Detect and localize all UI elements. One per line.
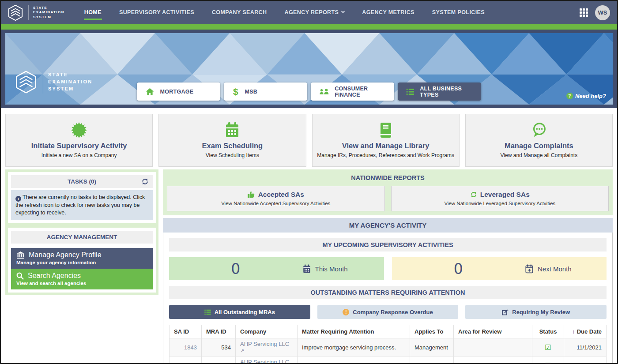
next-month-stat[interactable]: 0 Next Month [392,257,607,280]
home-icon [146,87,154,96]
leveraged-sas-card[interactable]: Leveraged SAs View Nationwide Leveraged … [391,186,609,211]
company-link[interactable]: AHP Servicing LLC [240,359,289,364]
bank-icon [16,251,25,259]
tasks-message-text: There are currently no tasks to be displ… [15,194,145,216]
ses-cube-icon [14,70,38,94]
dollar-icon: $ [233,86,239,97]
tab-all-outstanding-mras[interactable]: All Outstanding MRAs [169,305,310,319]
column-header-area[interactable]: Area for Review [454,325,532,338]
due-date-cell: 11/1/2021 [564,338,607,356]
upcoming-activity-stats: 0 This Month 0 [169,257,607,280]
manage-agency-profile-button[interactable]: Manage Agency Profile Manage your agency… [11,248,153,269]
logo-line: SYSTEM [48,86,92,93]
list-icon [407,88,415,95]
apps-grid-icon[interactable] [580,8,588,17]
sa-id-link[interactable]: 1843 [184,344,197,351]
all-business-types-button[interactable]: ALL BUSINESS TYPES [398,83,481,101]
logo-divider [43,71,43,94]
user-avatar[interactable]: WS [595,5,610,20]
calendar-icon [224,122,240,139]
card-title: Manage Complaints [470,142,608,150]
hero-background: STATE EXAMINATION SYSTEM MORTGAGE $ MSB [5,33,613,105]
top-navigation: STATE EXAMINATION SYSTEM HOME SUPERVISOR… [1,1,617,24]
app-window: STATE EXAMINATION SYSTEM HOME SUPERVISOR… [0,0,618,364]
msb-button[interactable]: $ MSB [224,83,307,101]
nav-item-system-policies[interactable]: SYSTEM POLICIES [432,5,485,20]
question-icon: ? [566,93,573,99]
status-cell: ☑ [532,338,564,356]
refresh-icon[interactable] [141,178,149,187]
button-title: Search Agencies [28,272,81,280]
sync-icon [470,191,477,198]
column-header-applies-to[interactable]: Applies To [410,325,454,338]
column-header-company[interactable]: Company [236,325,298,338]
nav-item-agency-metrics[interactable]: AGENCY METRICS [362,5,415,20]
need-help-label: Need help? [575,93,606,99]
column-header-due-date[interactable]: ↑Due Date [564,325,607,338]
initiate-supervisory-activity-card[interactable]: Initiate Supervisory Activity Initiate a… [5,114,153,167]
button-title: Manage Agency Profile [29,251,102,259]
sort-ascending-icon: ↑ [572,328,575,335]
card-title: Accepted SAs [258,191,304,199]
company-cell: AHP Servicing LLC ↗ [236,356,298,364]
need-help-link[interactable]: ? Need help? [566,93,606,99]
button-label: CONSUMER FINANCE [335,86,394,98]
app-logo: STATE EXAMINATION SYSTEM [7,4,64,21]
external-link-icon: ↗ [240,348,244,353]
checked-status-icon: ☑ [545,362,551,364]
nav-item-company-search[interactable]: COMPANY SEARCH [211,5,268,20]
card-subtitle: Initiate a new SA on a Company [10,152,148,158]
next-month-count: 0 [392,260,525,278]
card-subtitle: View Nationwide Leveraged Supervisory Ac… [395,201,605,206]
nav-item-label: AGENCY METRICS [362,9,415,15]
card-title: Leveraged SAs [480,191,530,199]
agency-management-title: AGENCY MANAGEMENT [47,234,117,240]
manage-complaints-card[interactable]: Manage Complaints View and Manage all Co… [465,114,613,167]
column-header-status[interactable]: Status [532,325,564,338]
logo-line: STATE [33,6,64,10]
company-cell: AHP Servicing LLC ↗ [236,338,298,356]
consumer-finance-button[interactable]: CONSUMER FINANCE [311,83,394,101]
nav-item-home[interactable]: HOME [84,5,102,20]
mra-id-cell: 827 [202,356,236,364]
chevron-down-icon [341,9,345,13]
nav-item-supervisory-activities[interactable]: SUPERVISORY ACTIVITIES [119,5,195,20]
table-row: 2133 827 AHP Servicing LLC ↗ Please send… [170,356,607,364]
hero-logo: STATE EXAMINATION SYSTEM [14,70,92,94]
agency-management-header: AGENCY MANAGEMENT [11,231,153,244]
exam-scheduling-card[interactable]: Exam Scheduling View Scheduling Items [158,114,306,167]
tab-requiring-my-review[interactable]: Requiring My Review [465,305,607,319]
nationwide-reports-title: NATIONWIDE REPORTS [167,173,609,186]
column-header-mra-id[interactable]: MRA ID [202,325,236,338]
sa-id-cell: 1843 [170,338,202,356]
mra-filter-tabs: All Outstanding MRAs ! Company Response … [169,305,607,319]
nav-item-label: HOME [84,9,102,15]
tasks-title: TASKS (0) [68,178,96,185]
search-agencies-button[interactable]: Search Agencies View and search all agen… [11,269,153,289]
sa-id-link[interactable]: 2133 [184,362,197,364]
tab-label: Requiring My Review [512,309,570,315]
list-icon [204,309,211,315]
column-header-matter[interactable]: Matter Requiring Attention [298,325,410,338]
button-label: MSB [245,89,258,95]
main-content: TASKS (0) iThere are currently no tasks … [1,169,617,364]
mortgage-button[interactable]: MORTGAGE [137,83,220,101]
upcoming-activities-title: MY UPCOMING SUPERVISORY ACTIVITIES [169,238,607,251]
column-header-sa-id[interactable]: SA ID [170,325,202,338]
nav-item-label: COMPANY SEARCH [212,9,267,15]
card-subtitle: View Scheduling Items [163,152,301,158]
nav-item-label: SUPERVISORY ACTIVITIES [119,9,194,15]
agency-management-panel: AGENCY MANAGEMENT Manage Agency Profile … [8,228,156,293]
this-month-stat[interactable]: 0 This Month [169,257,384,280]
thumbs-up-icon [248,191,255,198]
tab-label: All Outstanding MRAs [215,309,275,315]
view-manage-library-card[interactable]: View and Manage Library Manage IRs, Proc… [312,114,460,167]
accepted-sas-card[interactable]: Accepted SAs View Nationwide Accepted Su… [167,186,385,211]
warning-icon: ! [343,309,349,315]
company-link[interactable]: AHP Servicing LLC [240,341,289,347]
nav-item-agency-reports[interactable]: AGENCY REPORTS [284,5,345,20]
tab-company-response-overdue[interactable]: ! Company Response Overdue [317,305,459,319]
card-subtitle: View and Manage all Complaints [470,152,608,158]
edit-icon [502,309,509,315]
search-icon [16,272,24,280]
